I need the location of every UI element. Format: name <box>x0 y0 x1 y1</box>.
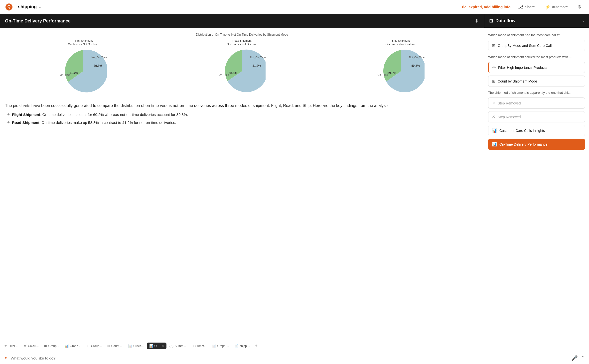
tab-count[interactable]: ⊞ Count ... <box>105 343 125 349</box>
road-pie-container: Road Shipment On-Time vs Not On-Time On_… <box>164 39 320 95</box>
flight-pie-title: Flight Shipment On-Time vs Not On-Time <box>68 39 98 46</box>
removed-icon-2: ✕ <box>492 114 495 119</box>
right-panel-content: Which mode of shipment had the most care… <box>484 28 589 340</box>
flow-item-removed-2[interactable]: ✕ Step Removed <box>488 111 585 122</box>
flight-on-time-pct: 60.2% <box>70 71 78 75</box>
ship-on-time-pct: 59.8% <box>388 71 396 75</box>
count-icon: ⊞ <box>492 79 495 84</box>
flow-question-2: Which mode of shipment carried the most … <box>488 55 585 59</box>
tab-ontime-icon: 📊 <box>149 344 153 348</box>
tab-custo[interactable]: 📊 Custo... <box>126 343 146 349</box>
road-on-time-pct: 58.8% <box>229 71 237 75</box>
charts-row: Flight Shipment On-Time vs Not On-Time <box>5 39 479 95</box>
tab-group1-icon: ⊞ <box>44 344 47 348</box>
tab-graph1-icon: 📊 <box>65 344 69 348</box>
tab-group2-icon: ⊞ <box>87 344 90 348</box>
flow-item-filter[interactable]: ✏ Filter High Importance Products <box>488 62 585 73</box>
tab-group1[interactable]: ⊞ Group... <box>42 343 61 349</box>
flow-item-removed-1[interactable]: ✕ Step Removed <box>488 97 585 109</box>
flow-item-count[interactable]: ⊞ Count by Shipment Mode <box>488 76 585 87</box>
tab-bar: ✏ Filter ... ✏ Calcul... ⊞ Group... 📊 Gr… <box>0 340 589 352</box>
tab-summ2[interactable]: ⊞ Summ... <box>189 343 209 349</box>
ship-not-pct: 40.2% <box>411 64 420 68</box>
app-title[interactable]: shipping ⌄ <box>18 4 41 9</box>
tab-filter[interactable]: ✏ Filter ... <box>2 343 21 349</box>
automate-icon: ⚡ <box>545 4 550 10</box>
bullet-dot-flight <box>7 113 9 115</box>
flow-question-1: Which mode of shipment had the most care… <box>488 33 585 37</box>
right-panel-chevron-icon[interactable]: › <box>582 18 584 24</box>
description-text: The pie charts have been successfully ge… <box>5 100 479 130</box>
tab-summ2-icon: ⊞ <box>191 344 194 348</box>
share-button[interactable]: ⎇ Share <box>516 3 537 11</box>
tab-summ1[interactable]: (×) Summ... <box>167 343 188 349</box>
flight-not-on-time-label: Not_On_Time <box>91 56 107 59</box>
flight-not-pct: 39.8% <box>94 64 102 68</box>
download-icon[interactable]: ⬇ <box>475 18 479 24</box>
road-pie-chart <box>218 48 266 95</box>
chat-input[interactable] <box>11 356 569 360</box>
filter-icon: ✏ <box>492 65 496 70</box>
tab-graph1[interactable]: 📊 Graph ... <box>62 343 84 349</box>
bullet-list: Flight Shipment: On-time deliveries acco… <box>5 112 479 126</box>
ship-not-on-time-label: Not_On_Time <box>409 56 425 59</box>
panel-header: On-Time Delivery Performance ⬇ <box>0 14 484 28</box>
road-on-time-label: On_Time <box>219 74 229 76</box>
care-calls-icon: 📊 <box>492 128 497 133</box>
right-panel-title: ⊞ Data flow <box>489 18 515 24</box>
flow-question-3: The ship mod of shipment is apparently t… <box>488 91 585 94</box>
right-panel-header: ⊞ Data flow › <box>484 14 589 28</box>
flight-on-time-label: On_Time <box>60 74 70 76</box>
chart-main-title: Distribution of On-Time vs Not On-Time D… <box>5 33 479 36</box>
flow-item-care-calls[interactable]: 📊 Customer Care Calls Insights <box>488 125 585 136</box>
tab-ontime-active[interactable]: 📊 O... ✕ <box>147 343 166 349</box>
right-panel: ⊞ Data flow › Which mode of shipment had… <box>484 14 589 340</box>
grid-icon: ❊ <box>578 4 582 10</box>
flight-pie-container: Flight Shipment On-Time vs Not On-Time <box>5 39 161 95</box>
app-logo: Q <box>5 3 13 11</box>
ship-pie-container: Ship Shipment On-Time vs Not On-Time On_… <box>323 39 479 95</box>
bullet-dot-road <box>7 121 9 123</box>
ship-pie-chart <box>377 48 425 95</box>
chart-section: Distribution of On-Time vs Not On-Time D… <box>5 33 479 95</box>
settings-button[interactable]: ❊ <box>575 3 584 11</box>
road-pie-title: Road Shipment On-Time vs Not On-Time <box>227 39 257 46</box>
main-area: On-Time Delivery Performance ⬇ Distribut… <box>0 14 589 340</box>
microphone-icon[interactable]: 🎤 <box>572 355 578 361</box>
tab-add-button[interactable]: + <box>253 342 260 350</box>
content-area: Distribution of On-Time vs Not On-Time D… <box>0 28 484 340</box>
dataflow-icon: ⊞ <box>489 18 493 24</box>
left-panel: On-Time Delivery Performance ⬇ Distribut… <box>0 14 484 340</box>
tab-filter-icon: ✏ <box>4 344 7 348</box>
bullet-flight: Flight Shipment: On-time deliveries acco… <box>7 112 479 118</box>
tab-graph2[interactable]: 📊 Graph ... <box>209 343 231 349</box>
ship-pie-title: Ship Shipment On-Time vs Not On-Time <box>386 39 416 46</box>
groupby-icon: ⊞ <box>492 43 495 48</box>
panel-title: On-Time Delivery Performance <box>5 18 71 24</box>
svg-text:Q: Q <box>7 5 10 9</box>
road-not-pct: 41.2% <box>252 64 261 68</box>
tab-graph2-icon: 📊 <box>212 344 216 348</box>
tab-shippi[interactable]: 📄 shippi... <box>232 343 252 349</box>
road-not-on-time-label: Not_On_Time <box>250 56 266 59</box>
title-chevron-icon: ⌄ <box>38 5 41 9</box>
bullet-road: Road Shipment: On-time deliveries make u… <box>7 120 479 126</box>
tab-group2[interactable]: ⊞ Group... <box>84 343 104 349</box>
tab-calcul[interactable]: ✏ Calcul... <box>21 343 41 349</box>
sparkle-icon: ✦ <box>4 355 8 361</box>
flow-item-ontime[interactable]: 📊 On-Time Delivery Performance <box>488 139 585 150</box>
input-bar: ✦ 🎤 ⌃ <box>0 352 589 364</box>
trial-text[interactable]: Trial expired, add billing info <box>460 5 510 9</box>
automate-button[interactable]: ⚡ Automate <box>542 3 570 11</box>
tab-custo-icon: 📊 <box>128 344 132 348</box>
removed-icon-1: ✕ <box>492 101 495 105</box>
tab-close-icon[interactable]: ✕ <box>161 344 164 348</box>
tab-summ1-icon: (×) <box>169 344 173 348</box>
flow-item-groupby[interactable]: ⊞ GroupBy Mode and Sum Care Calls <box>488 40 585 51</box>
flight-pie-chart <box>59 48 107 95</box>
share-icon: ⎇ <box>518 4 523 10</box>
top-nav: Q shipping ⌄ Trial expired, add billing … <box>0 0 589 14</box>
tab-shippi-icon: 📄 <box>234 344 238 348</box>
chevron-up-icon[interactable]: ⌃ <box>581 355 585 361</box>
tab-calcul-icon: ✏ <box>24 344 27 348</box>
